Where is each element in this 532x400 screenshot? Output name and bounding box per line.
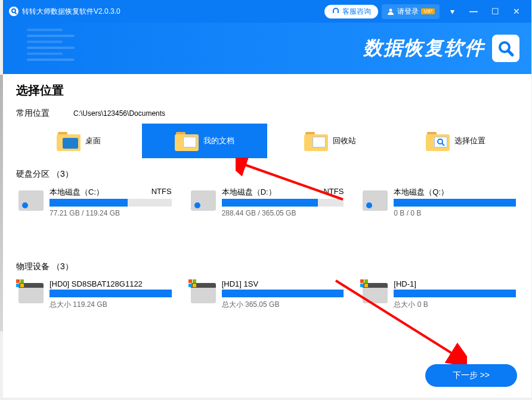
folder-icon (175, 131, 199, 151)
location-row: 桌面 我的文档 回收站 选择位置 (16, 124, 518, 158)
common-locations-label: 常用位置 (16, 108, 50, 119)
device-item-hd0[interactable]: [HD0] SD8SBAT128G1122 总大小 119.24 GB (16, 277, 174, 312)
svg-line-4 (508, 51, 512, 55)
headset-icon (332, 7, 340, 16)
folder-icon (304, 131, 328, 151)
titlebar: 转转大师数据恢复软件V2.0.3.0 客服咨询 请登录 VIP ▾ — ☐ ✕ (3, 0, 531, 23)
app-title: 转转大师数据恢复软件V2.0.3.0 (22, 7, 120, 17)
user-icon (386, 7, 395, 16)
device-icon (363, 283, 388, 303)
svg-point-5 (438, 139, 443, 144)
next-button[interactable]: 下一步 >> (425, 364, 517, 387)
app-logo-icon (9, 7, 18, 16)
hdd-icon (18, 190, 44, 211)
banner-title: 数据恢复软件 (363, 35, 485, 61)
minimize-button[interactable]: — (465, 2, 482, 20)
login-button[interactable]: 请登录 VIP (382, 4, 440, 19)
progress-bar (222, 290, 344, 297)
disk-item-d[interactable]: 本地磁盘（D:）NTFS 288.44 GB / 365.05 GB (188, 184, 347, 220)
progress-bar (394, 199, 516, 207)
device-section-label: 物理设备 （3） (16, 261, 518, 272)
common-path: C:\Users\123456\Documents (73, 109, 165, 118)
location-documents[interactable]: 我的文档 (142, 124, 268, 158)
location-browse[interactable]: 选择位置 (393, 124, 519, 158)
svg-line-1 (15, 13, 17, 14)
device-icon (191, 283, 216, 303)
svg-point-2 (389, 9, 392, 12)
menu-button[interactable]: ▾ (443, 2, 461, 20)
svg-line-6 (442, 143, 444, 146)
banner: 数据恢复软件 (3, 23, 531, 74)
maximize-button[interactable]: ☐ (486, 2, 504, 20)
location-desktop[interactable]: 桌面 (16, 124, 142, 158)
banner-logo-icon (492, 35, 519, 62)
device-icon (18, 283, 44, 303)
disk-item-q[interactable]: 本地磁盘（Q:） 0 B / 0 B (360, 184, 518, 220)
folder-icon (57, 131, 81, 151)
folder-icon (426, 131, 450, 151)
vip-badge: VIP (421, 8, 435, 14)
disk-item-c[interactable]: 本地磁盘（C:）NTFS 77.21 GB / 119.24 GB (16, 184, 174, 220)
progress-bar (222, 199, 344, 207)
progress-bar (50, 199, 172, 207)
customer-service-button[interactable]: 客服咨询 (324, 5, 378, 19)
hdd-icon (363, 190, 388, 211)
page-title: 选择位置 (16, 82, 518, 99)
location-recycle[interactable]: 回收站 (267, 124, 393, 158)
svg-point-0 (12, 9, 16, 13)
progress-bar (394, 290, 516, 297)
disk-section-label: 硬盘分区 （3） (16, 169, 518, 180)
progress-bar (50, 290, 172, 297)
device-item-hd1[interactable]: [HD1] 1SV 总大小 365.05 GB (188, 277, 347, 312)
device-item-hd-1[interactable]: [HD-1] 总大小 0 B (360, 277, 518, 312)
hdd-icon (191, 190, 216, 211)
close-button[interactable]: ✕ (508, 2, 525, 20)
